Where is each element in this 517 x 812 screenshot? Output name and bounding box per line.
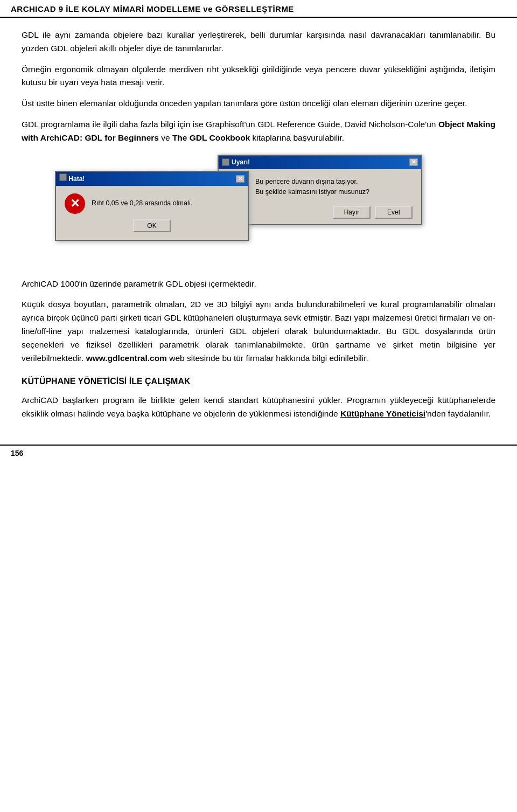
header-title: ARCHICAD 9 İLE KOLAY MİMARİ MODELLEME ve… bbox=[11, 4, 294, 13]
warning-buttons: Hayır Evet bbox=[227, 206, 413, 219]
para1-text: GDL ile aynı zamanda objelere bazı kural… bbox=[22, 30, 495, 53]
para4-prefix: GDL programlama ile ilgili daha fazla bi… bbox=[22, 120, 438, 129]
para4-bold2: The GDL Cookbook bbox=[172, 133, 250, 142]
warning-titlebar: Uyarı! ✕ bbox=[219, 156, 421, 169]
warning-content-row: ! Bu pencere duvarın dışına taşıyor. Bu … bbox=[227, 177, 413, 198]
para7-suffix: 'nden faydalanılır. bbox=[425, 409, 491, 418]
paragraph-2: Örneğin ergonomik olmayan ölçülerde merd… bbox=[22, 63, 495, 90]
paragraph-6: Küçük dosya boyutları, parametrik olmala… bbox=[22, 298, 495, 365]
warning-no-button[interactable]: Hayır bbox=[333, 206, 371, 219]
warning-line1: Bu pencere duvarın dışına taşıyor. bbox=[255, 177, 369, 187]
paragraph-3: Üst üstte binen elemanlar olduğunda önce… bbox=[22, 97, 495, 110]
warning-titlebar-icon bbox=[222, 158, 229, 166]
para7-bold: Kütüphane Yöneticisi bbox=[340, 409, 425, 418]
error-message: Rıht 0,05 ve 0,28 arasında olmalı. bbox=[92, 198, 193, 209]
para6-suffix: web sitesinde bu tür firmalar hakkında b… bbox=[167, 353, 368, 363]
paragraph-5: ArchiCAD 1000'in üzerinde parametrik GDL… bbox=[22, 277, 495, 291]
content-area: GDL ile aynı zamanda objelere bazı kural… bbox=[0, 18, 517, 439]
error-titlebar: Hata! ✕ bbox=[56, 172, 248, 186]
warning-close-button[interactable]: ✕ bbox=[409, 158, 418, 166]
para3-text: Üst üstte binen elemanlar olduğunda önce… bbox=[22, 99, 467, 108]
error-close-button[interactable]: ✕ bbox=[236, 175, 244, 183]
dialog-error: Hata! ✕ ✕ Rıht 0,05 ve 0,28 arasında olm… bbox=[55, 171, 249, 241]
error-title-left: Hata! bbox=[59, 173, 85, 184]
page-header: ARCHICAD 9 İLE KOLAY MİMARİ MODELLEME ve… bbox=[0, 0, 517, 18]
paragraph-1: GDL ile aynı zamanda objelere bazı kural… bbox=[22, 29, 495, 55]
page-footer: 156 bbox=[0, 445, 517, 461]
error-ok-row: OK bbox=[65, 219, 239, 232]
page-number: 156 bbox=[11, 449, 23, 457]
dialogs-screenshot: Uyarı! ✕ ! Bu pencere duvarın dışına taş… bbox=[22, 155, 495, 268]
section-heading-text: KÜTÜPHANE YÖNETİCİSİ İLE ÇALIŞMAK bbox=[22, 377, 191, 386]
page-container: ARCHICAD 9 İLE KOLAY MİMARİ MODELLEME ve… bbox=[0, 0, 517, 461]
para4-mid: ve bbox=[159, 133, 172, 142]
warning-message: Bu pencere duvarın dışına taşıyor. Bu şe… bbox=[255, 177, 369, 197]
error-content-row: ✕ Rıht 0,05 ve 0,28 arasında olmalı. bbox=[65, 193, 239, 214]
section-heading-library: KÜTÜPHANE YÖNETİCİSİ İLE ÇALIŞMAK bbox=[22, 374, 495, 388]
paragraph-7: ArchiCAD başlarken program ile birlikte … bbox=[22, 394, 495, 421]
para4-suffix: kitaplarına başvurulabilir. bbox=[250, 133, 344, 142]
para6-bold: www.gdlcentral.com bbox=[86, 353, 167, 363]
para2-text: Örneğin ergonomik olmayan ölçülerde merd… bbox=[22, 65, 495, 87]
error-ok-button[interactable]: OK bbox=[133, 219, 171, 232]
error-body: ✕ Rıht 0,05 ve 0,28 arasında olmalı. OK bbox=[56, 186, 248, 240]
error-title-text: Hata! bbox=[68, 175, 85, 183]
para5-text: ArchiCAD 1000'in üzerinde parametrik GDL… bbox=[22, 279, 256, 288]
warning-yes-button[interactable]: Evet bbox=[375, 206, 413, 219]
warning-title-left: Uyarı! bbox=[222, 157, 250, 168]
paragraph-4: GDL programlama ile ilgili daha fazla bi… bbox=[22, 118, 495, 145]
warning-line2: Bu şekilde kalmasını istiyor musunuz? bbox=[255, 187, 369, 197]
error-x-icon: ✕ bbox=[65, 193, 85, 214]
warning-body: ! Bu pencere duvarın dışına taşıyor. Bu … bbox=[219, 169, 421, 224]
error-titlebar-icon bbox=[59, 173, 67, 181]
warning-title-text: Uyarı! bbox=[232, 157, 250, 168]
